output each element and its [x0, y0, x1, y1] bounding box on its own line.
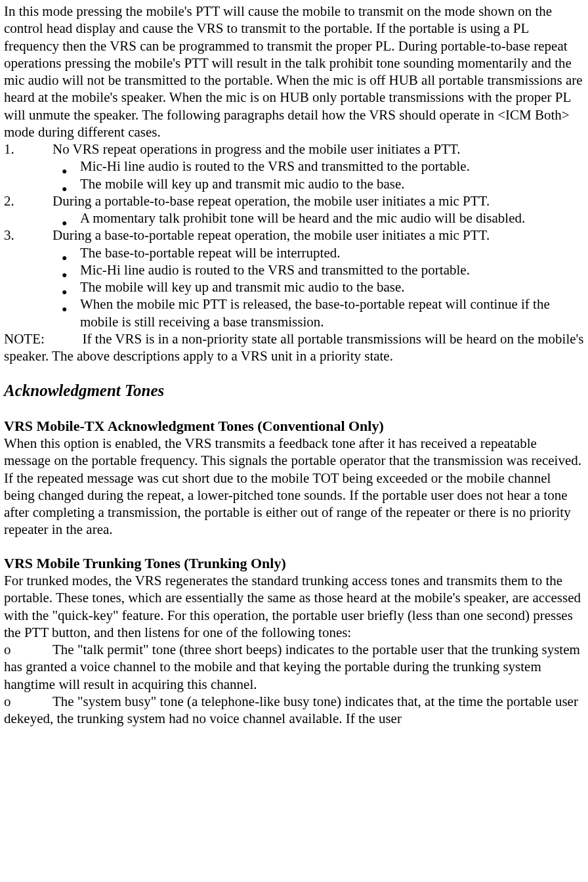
list-item-3: 3. During a base-to-portable repeat oper… [4, 227, 584, 244]
bullet-icon: ● [52, 261, 80, 278]
section-heading-ack: Acknowledgment Tones [4, 380, 584, 401]
bullet-icon: ● [52, 278, 80, 296]
note-text: If the VRS is in a non-priority state al… [4, 331, 584, 364]
o-text: The "talk permit" tone (three short beep… [4, 642, 580, 692]
list-number: 2. [4, 192, 52, 209]
bullet-icon: ● [52, 296, 80, 330]
o-marker: o [4, 693, 52, 710]
bullet-text: Mic-Hi line audio is routed to the VRS a… [80, 261, 584, 278]
list-number: 3. [4, 227, 52, 244]
bullet-icon: ● [52, 244, 80, 261]
list-text: During a base-to-portable repeat operati… [52, 227, 584, 244]
list-text: No VRS repeat operations in progress and… [52, 141, 584, 158]
o-marker: o [4, 641, 52, 658]
o-list-item-1: oThe "talk permit" tone (three short bee… [4, 641, 584, 693]
o-list-item-2: oThe "system busy" tone (a telephone-lik… [4, 693, 584, 728]
bullet-text: The mobile will key up and transmit mic … [80, 278, 584, 296]
subsection-heading-conventional: VRS Mobile-TX Acknowledgment Tones (Conv… [4, 417, 584, 435]
bullet-text: When the mobile mic PTT is released, the… [80, 296, 584, 330]
list-item-1: 1. No VRS repeat operations in progress … [4, 141, 584, 158]
subsection-body-trunking: For trunked modes, the VRS regenerates t… [4, 572, 584, 641]
subsection-heading-trunking: VRS Mobile Trunking Tones (Trunking Only… [4, 554, 584, 573]
subsection-body-conventional: When this option is enabled, the VRS tra… [4, 435, 584, 539]
bullet-icon: ● [52, 175, 80, 192]
bullet-text: Mic-Hi line audio is routed to the VRS a… [80, 158, 584, 175]
bullet-icon: ● [52, 158, 80, 175]
intro-paragraph: In this mode pressing the mobile's PTT w… [4, 3, 584, 141]
note-paragraph: NOTE: If the VRS is in a non-priority st… [4, 330, 584, 365]
bullet-item: ● The mobile will key up and transmit mi… [4, 278, 584, 296]
bullet-item: ● Mic-Hi line audio is routed to the VRS… [4, 158, 584, 175]
document-page: In this mode pressing the mobile's PTT w… [0, 0, 588, 727]
bullet-item: ● The mobile will key up and transmit mi… [4, 175, 584, 192]
list-text: During a portable-to-base repeat operati… [52, 192, 584, 209]
note-label: NOTE: [4, 331, 45, 347]
list-item-2: 2. During a portable-to-base repeat oper… [4, 192, 584, 209]
bullet-icon: ● [52, 209, 80, 227]
bullet-text: The base-to-portable repeat will be inte… [80, 244, 584, 261]
bullet-text: A momentary talk prohibit tone will be h… [80, 209, 584, 227]
bullet-item: ● Mic-Hi line audio is routed to the VRS… [4, 261, 584, 278]
bullet-text: The mobile will key up and transmit mic … [80, 175, 584, 192]
bullet-item: ● The base-to-portable repeat will be in… [4, 244, 584, 261]
bullet-item: ● A momentary talk prohibit tone will be… [4, 209, 584, 227]
o-text: The "system busy" tone (a telephone-like… [4, 694, 578, 726]
bullet-item: ● When the mobile mic PTT is released, t… [4, 296, 584, 330]
list-number: 1. [4, 141, 52, 158]
